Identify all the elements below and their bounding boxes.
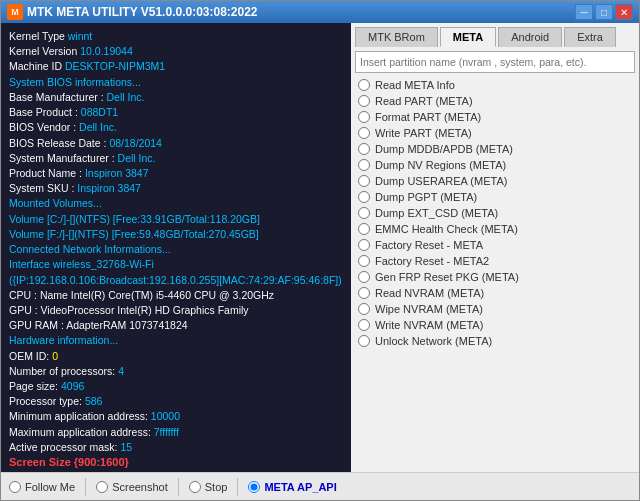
option-dump-ext-csd-meta[interactable]: Dump EXT_CSD (META): [355, 205, 635, 221]
window-title: MTK META UTILITY V51.0.0.0:03:08:2022: [27, 5, 258, 19]
radio-dump-mddb-apdb-meta[interactable]: [358, 143, 370, 155]
option-write-part-meta[interactable]: Write PART (META): [355, 125, 635, 141]
radio-dump-ext-csd-meta[interactable]: [358, 207, 370, 219]
option-label: Read META Info: [375, 79, 455, 91]
info-line: Connected Network Informations...: [9, 242, 343, 257]
option-label: Wipe NVRAM (META): [375, 303, 483, 315]
info-line: Base Manufacturer : Dell Inc.: [9, 90, 343, 105]
info-line: Maximum application address: 7fffffff: [9, 425, 343, 440]
option-write-nvram-meta[interactable]: Write NVRAM (META): [355, 317, 635, 333]
tab-android[interactable]: Android: [498, 27, 562, 47]
option-unlock-network-meta[interactable]: Unlock Network (META): [355, 333, 635, 349]
option-dump-pgpt-meta[interactable]: Dump PGPT (META): [355, 189, 635, 205]
option-label: Dump NV Regions (META): [375, 159, 506, 171]
radio-dump-userarea-meta[interactable]: [358, 175, 370, 187]
option-read-nvram-meta[interactable]: Read NVRAM (META): [355, 285, 635, 301]
option-label: Dump MDDB/APDB (META): [375, 143, 513, 155]
option-label: Write PART (META): [375, 127, 472, 139]
tab-extra[interactable]: Extra: [564, 27, 616, 47]
radio-format-part-meta[interactable]: [358, 111, 370, 123]
tab-bar: MTK BRom META Android Extra: [355, 27, 635, 47]
info-line: System Manufacturer : Dell Inc.: [9, 151, 343, 166]
option-label: Unlock Network (META): [375, 335, 492, 347]
info-line: Machine ID DESKTOP-NIPM3M1: [9, 59, 343, 74]
option-factory-reset-meta[interactable]: Factory Reset - META: [355, 237, 635, 253]
main-window: M MTK META UTILITY V51.0.0.0:03:08:2022 …: [0, 0, 640, 501]
info-line: System BIOS informations...: [9, 75, 343, 90]
info-line: Volume [F:/]-[](NTFS) [Free:59.48GB/Tota…: [9, 227, 343, 242]
option-gen-frp-reset-pkg-meta[interactable]: Gen FRP Reset PKG (META): [355, 269, 635, 285]
info-line: OEM ID: 0: [9, 349, 343, 364]
radio-dump-nv-regions-meta[interactable]: [358, 159, 370, 171]
radio-meta-ap-api[interactable]: [248, 481, 260, 493]
app-icon: M: [7, 4, 23, 20]
info-line: Screen Size {900:1600}: [9, 455, 343, 471]
info-line: CPU : Name Intel(R) Core(TM) i5-4460 CPU…: [9, 288, 343, 303]
info-line: Base Product : 088DT1: [9, 105, 343, 120]
screenshot-item[interactable]: Screenshot: [96, 481, 168, 493]
radio-read-part-meta[interactable]: [358, 95, 370, 107]
option-dump-mddb-apdb-meta[interactable]: Dump MDDB/APDB (META): [355, 141, 635, 157]
option-dump-nv-regions-meta[interactable]: Dump NV Regions (META): [355, 157, 635, 173]
maximize-button[interactable]: □: [595, 4, 613, 20]
option-label: Dump USERAREA (META): [375, 175, 507, 187]
info-line: Kernel Type winnt: [9, 29, 343, 44]
options-list: Read META Info Read PART (META) Format P…: [355, 77, 635, 468]
radio-screenshot[interactable]: [96, 481, 108, 493]
option-read-part-meta[interactable]: Read PART (META): [355, 93, 635, 109]
meta-ap-api-item[interactable]: META AP_API: [248, 481, 336, 493]
separator-2: [178, 478, 179, 496]
info-line: BIOS Release Date : 08/18/2014: [9, 136, 343, 151]
option-format-part-meta[interactable]: Format PART (META): [355, 109, 635, 125]
radio-stop[interactable]: [189, 481, 201, 493]
info-line: Number of processors: 4: [9, 364, 343, 379]
minimize-button[interactable]: ─: [575, 4, 593, 20]
option-label: Dump PGPT (META): [375, 191, 477, 203]
option-label: Write NVRAM (META): [375, 319, 483, 331]
info-line: Page size: 4096: [9, 379, 343, 394]
radio-wipe-nvram-meta[interactable]: [358, 303, 370, 315]
radio-emmc-health-check-meta[interactable]: [358, 223, 370, 235]
stop-item[interactable]: Stop: [189, 481, 228, 493]
tab-mtk-brom[interactable]: MTK BRom: [355, 27, 438, 47]
radio-factory-reset-meta2[interactable]: [358, 255, 370, 267]
left-panel: Kernel Type winnt Kernel Version 10.0.19…: [1, 23, 351, 472]
title-bar-buttons: ─ □ ✕: [575, 4, 633, 20]
radio-write-nvram-meta[interactable]: [358, 319, 370, 331]
option-read-meta-info[interactable]: Read META Info: [355, 77, 635, 93]
stop-label: Stop: [205, 481, 228, 493]
option-wipe-nvram-meta[interactable]: Wipe NVRAM (META): [355, 301, 635, 317]
info-line: Hardware information...: [9, 333, 343, 348]
info-line: System SKU : Inspiron 3847: [9, 181, 343, 196]
info-line: BIOS Vendor : Dell Inc.: [9, 120, 343, 135]
option-emmc-health-check-meta[interactable]: EMMC Health Check (META): [355, 221, 635, 237]
info-line: GPU : VideoProcessor Intel(R) HD Graphic…: [9, 303, 343, 318]
option-factory-reset-meta2[interactable]: Factory Reset - META2: [355, 253, 635, 269]
radio-factory-reset-meta[interactable]: [358, 239, 370, 251]
radio-unlock-network-meta[interactable]: [358, 335, 370, 347]
radio-follow-me[interactable]: [9, 481, 21, 493]
radio-read-meta-info[interactable]: [358, 79, 370, 91]
option-label: Factory Reset - META2: [375, 255, 489, 267]
right-panel: MTK BRom META Android Extra Read META In…: [351, 23, 639, 472]
option-label: Read PART (META): [375, 95, 473, 107]
radio-read-nvram-meta[interactable]: [358, 287, 370, 299]
option-label: Factory Reset - META: [375, 239, 483, 251]
separator-3: [237, 478, 238, 496]
meta-ap-api-label: META AP_API: [264, 481, 336, 493]
option-label: Gen FRP Reset PKG (META): [375, 271, 519, 283]
partition-input[interactable]: [355, 51, 635, 73]
radio-write-part-meta[interactable]: [358, 127, 370, 139]
follow-me-item[interactable]: Follow Me: [9, 481, 75, 493]
info-line: Kernel Version 10.0.19044: [9, 44, 343, 59]
radio-gen-frp-reset-pkg-meta[interactable]: [358, 271, 370, 283]
tab-meta[interactable]: META: [440, 27, 496, 47]
follow-me-label: Follow Me: [25, 481, 75, 493]
info-line: Product Name : Inspiron 3847: [9, 166, 343, 181]
radio-dump-pgpt-meta[interactable]: [358, 191, 370, 203]
close-button[interactable]: ✕: [615, 4, 633, 20]
title-bar: M MTK META UTILITY V51.0.0.0:03:08:2022 …: [1, 1, 639, 23]
info-line: Minimum application address: 10000: [9, 409, 343, 424]
option-dump-userarea-meta[interactable]: Dump USERAREA (META): [355, 173, 635, 189]
info-line: Active processor mask: 15: [9, 440, 343, 455]
